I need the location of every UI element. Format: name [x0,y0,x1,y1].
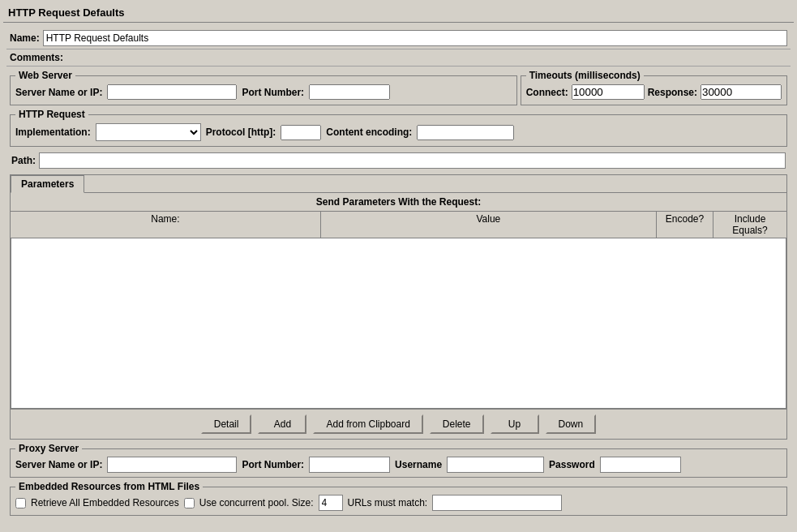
http-request-group: HTTP Request Implementation: Protocol [h… [10,109,787,147]
main-window: HTTP Request Defaults Name: Comments: We… [0,0,797,524]
response-label: Response: [648,87,697,98]
urls-must-match-label: URLs must match: [348,497,428,508]
content-encoding-label: Content encoding: [326,127,412,138]
content-encoding-input[interactable] [417,125,514,140]
retrieve-checkbox[interactable] [15,498,26,508]
http-request-row: Implementation: Protocol [http]: Content… [15,123,782,141]
buttons-row: Detail Add Add from Clipboard Delete Up … [11,409,786,439]
proxy-server-group: Proxy Server Server Name or IP: Port Num… [10,443,787,478]
proxy-port-label: Port Number: [242,459,304,470]
implementation-label: Implementation: [15,127,91,138]
connect-label: Connect: [526,87,568,98]
col-name-header: Name: [11,212,321,238]
col-value-header: Value [321,212,657,238]
response-input[interactable] [701,84,782,100]
embedded-resources-legend: Embedded Resources from HTML Files [15,481,203,492]
proxy-server-name-input[interactable] [107,457,237,473]
add-from-clipboard-button[interactable]: Add from Clipboard [313,414,422,434]
down-button[interactable]: Down [546,414,597,434]
name-row: Name: [6,28,791,49]
timeouts-row: Connect: Response: [526,84,782,100]
proxy-server-name-label: Server Name or IP: [15,459,102,470]
path-label: Path: [11,155,36,166]
add-button[interactable]: Add [258,414,306,434]
protocol-input[interactable] [281,125,321,140]
connect-input[interactable] [572,84,645,100]
path-row: Path: [6,150,791,171]
web-server-row: Server Name or IP: Port Number: [15,84,512,100]
parameters-tab[interactable]: Parameters [11,175,84,193]
proxy-port-input[interactable] [309,457,390,473]
concurrent-pool-label: Use concurrent pool. Size: [199,497,314,508]
port-number-label: Port Number: [242,87,304,98]
col-encode-header: Encode? [657,212,713,238]
proxy-password-label: Password [549,459,595,470]
proxy-row: Server Name or IP: Port Number: Username… [15,457,782,473]
port-number-input[interactable] [309,84,390,100]
comments-row: Comments: [6,49,791,66]
proxy-username-input[interactable] [447,457,544,473]
proxy-server-legend: Proxy Server [15,443,82,454]
col-include-header: Include Equals? [713,212,786,238]
tab-container: Parameters Send Parameters With the Requ… [10,174,787,440]
params-data-area [11,238,786,409]
server-name-label: Server Name or IP: [15,87,102,98]
concurrent-pool-checkbox[interactable] [184,498,195,508]
embedded-row: Retrieve All Embedded Resources Use conc… [15,495,782,511]
path-input[interactable] [39,152,786,169]
implementation-select[interactable] [96,123,201,141]
embedded-resources-group: Embedded Resources from HTML Files Retri… [10,481,787,516]
comments-label: Comments: [10,52,63,63]
detail-button[interactable]: Detail [201,414,252,434]
web-server-legend: Web Server [15,70,75,81]
params-header: Send Parameters With the Request: [11,193,786,212]
up-button[interactable]: Up [491,414,539,434]
timeouts-legend: Timeouts (milliseconds) [526,70,644,81]
timeouts-group: Timeouts (milliseconds) Connect: Respons… [521,70,787,105]
protocol-label: Protocol [http]: [206,127,276,138]
server-name-input[interactable] [107,84,237,100]
delete-button[interactable]: Delete [430,414,484,434]
urls-must-match-input[interactable] [432,495,562,511]
concurrent-pool-input[interactable] [319,495,343,511]
proxy-password-input[interactable] [600,457,681,473]
web-server-group: Web Server Server Name or IP: Port Numbe… [10,70,517,105]
name-label: Name: [10,32,40,44]
window-title: HTTP Request Defaults [3,3,794,23]
column-headers: Name: Value Encode? Include Equals? [11,212,786,238]
name-input[interactable] [43,30,787,46]
web-server-timeouts-container: Web Server Server Name or IP: Port Numbe… [10,70,787,105]
proxy-username-label: Username [395,459,442,470]
tab-content: Send Parameters With the Request: Name: … [11,192,786,439]
tab-bar: Parameters [11,175,786,192]
http-request-legend: HTTP Request [15,109,88,120]
retrieve-label: Retrieve All Embedded Resources [31,497,179,508]
form-container: Name: Comments: Web Server Server Name o… [3,26,794,521]
